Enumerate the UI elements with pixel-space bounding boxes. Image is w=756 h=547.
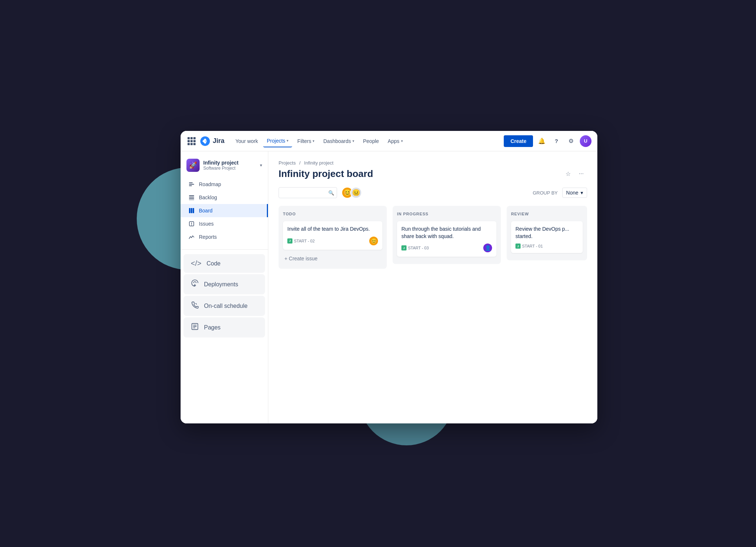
avatar-group: 😊 😐	[341, 187, 362, 199]
user-avatar[interactable]: U	[580, 135, 591, 147]
svg-rect-1	[189, 184, 194, 185]
oncall-label: On-call schedule	[204, 303, 247, 309]
groupby-chevron-icon: ▾	[581, 190, 583, 196]
column-todo: TODO Invite all of the team to Jira DevO…	[279, 206, 387, 269]
nav-people[interactable]: People	[359, 135, 383, 147]
nav-dashboards[interactable]: Dashboards ▾	[320, 135, 358, 147]
board-icon	[188, 207, 195, 214]
issues-icon	[188, 220, 195, 227]
app-switcher-button[interactable]	[186, 136, 197, 146]
page-title-row: Infinity project board ☆ ···	[279, 168, 587, 180]
column-in-progress-header: IN PROGRESS	[397, 210, 496, 218]
column-review: REVIEW Review the DevOps p... started. J…	[507, 206, 587, 260]
column-todo-header: TODO	[283, 210, 382, 218]
sidebar-extra-section: </> Code Deployments On-call schedule	[181, 249, 268, 337]
jira-logo-text: Jira	[213, 137, 224, 145]
board-label: Board	[199, 208, 212, 214]
apps-chevron-icon: ▾	[401, 139, 403, 143]
oncall-icon	[191, 301, 199, 311]
help-button[interactable]: ?	[551, 135, 562, 147]
project-icon: 🚀	[186, 159, 200, 172]
breadcrumb: Projects / Infinity project	[279, 160, 587, 166]
issue-tag-label: START - 03	[408, 246, 429, 250]
sidebar-item-pages[interactable]: Pages	[184, 317, 265, 337]
nav-projects[interactable]: Projects ▾	[263, 135, 292, 147]
issue-footer: J START - 01	[515, 244, 578, 249]
code-icon: </>	[191, 259, 201, 268]
top-navigation: Jira Your work Projects ▾ Filters ▾ Dash…	[181, 131, 597, 151]
pages-icon	[191, 322, 199, 332]
create-button[interactable]: Create	[504, 135, 533, 147]
breadcrumb-projects-link[interactable]: Projects	[279, 160, 296, 166]
breadcrumb-project-link[interactable]: Infinity project	[304, 160, 333, 166]
deployments-icon	[191, 279, 199, 289]
settings-button[interactable]: ⚙	[565, 135, 577, 147]
create-issue-button[interactable]: + Create issue	[283, 253, 382, 264]
project-chevron-icon: ▾	[260, 163, 262, 168]
issue-tag-icon: J	[287, 238, 292, 244]
issue-card[interactable]: Review the DevOps p... started. J START …	[511, 221, 583, 253]
sidebar-item-oncall[interactable]: On-call schedule	[184, 296, 265, 316]
avatar-user2[interactable]: 😐	[350, 187, 362, 199]
column-review-header: REVIEW	[511, 210, 583, 218]
board-columns: TODO Invite all of the team to Jira DevO…	[279, 206, 587, 269]
groupby-select[interactable]: None ▾	[562, 188, 587, 198]
gear-icon: ⚙	[568, 137, 574, 144]
issue-card[interactable]: Invite all of the team to Jira DevOps. J…	[283, 221, 382, 250]
issue-tag: J START - 03	[401, 245, 429, 250]
issue-tag-label: START - 02	[294, 239, 315, 243]
svg-rect-3	[189, 195, 194, 196]
issue-tag-icon: J	[515, 244, 521, 249]
svg-rect-9	[193, 208, 194, 213]
jira-logo-icon	[200, 136, 211, 147]
column-in-progress: IN PROGRESS Run through the basic tutori…	[393, 206, 501, 264]
issue-footer: J START - 03 👤	[401, 244, 492, 252]
deployments-label: Deployments	[204, 281, 238, 288]
project-name: Infinity project	[203, 160, 238, 166]
nav-filters[interactable]: Filters ▾	[294, 135, 318, 147]
sidebar-item-backlog[interactable]: Backlog	[181, 191, 268, 204]
issue-card[interactable]: Run through the basic tutorials and shar…	[397, 221, 496, 257]
project-header[interactable]: 🚀 Infinity project Software Project ▾	[181, 156, 268, 175]
grid-icon	[188, 137, 196, 145]
star-button[interactable]: ☆	[562, 168, 574, 180]
sidebar-item-issues[interactable]: Issues	[181, 217, 268, 230]
notifications-button[interactable]: 🔔	[536, 135, 548, 147]
svg-rect-6	[189, 200, 194, 200]
roadmap-icon	[188, 181, 195, 188]
issue-tag-label: START - 01	[522, 244, 543, 248]
groupby-label: GROUP BY	[533, 190, 557, 196]
main-layout: 🚀 Infinity project Software Project ▾ Ro…	[181, 151, 597, 423]
roadmap-label: Roadmap	[199, 181, 221, 187]
sidebar-item-roadmap[interactable]: Roadmap	[181, 178, 268, 191]
nav-apps[interactable]: Apps ▾	[384, 135, 407, 147]
page-title-actions: ☆ ···	[562, 168, 587, 180]
issue-text: Invite all of the team to Jira DevOps.	[287, 226, 378, 233]
main-content: Projects / Infinity project Infinity pro…	[268, 151, 597, 423]
project-type: Software Project	[203, 166, 238, 171]
search-icon: 🔍	[328, 190, 334, 196]
reports-icon	[188, 233, 195, 241]
sidebar-item-deployments[interactable]: Deployments	[184, 274, 265, 294]
sidebar-item-code[interactable]: </> Code	[184, 254, 265, 273]
issue-tag: J START - 01	[515, 244, 543, 249]
sidebar-item-board[interactable]: Board	[181, 204, 268, 217]
help-icon: ?	[555, 138, 558, 144]
nav-your-work[interactable]: Your work	[232, 135, 262, 147]
bell-icon: 🔔	[538, 137, 545, 144]
issue-text: Run through the basic tutorials and shar…	[401, 226, 492, 240]
more-actions-button[interactable]: ···	[575, 168, 587, 180]
issue-tag-icon: J	[401, 245, 407, 250]
browser-window: Jira Your work Projects ▾ Filters ▾ Dash…	[181, 131, 597, 423]
issue-footer: J START - 02 😊	[287, 237, 378, 245]
sidebar-item-reports[interactable]: Reports	[181, 230, 268, 244]
pages-label: Pages	[204, 324, 220, 331]
page-title: Infinity project board	[279, 168, 562, 180]
star-icon: ☆	[566, 170, 571, 177]
more-icon: ···	[579, 170, 583, 177]
sidebar: 🚀 Infinity project Software Project ▾ Ro…	[181, 151, 268, 423]
jira-logo[interactable]: Jira	[200, 136, 224, 147]
issue-avatar: 😊	[369, 237, 378, 245]
issue-avatar: 👤	[483, 244, 492, 252]
filters-chevron-icon: ▾	[313, 139, 314, 143]
